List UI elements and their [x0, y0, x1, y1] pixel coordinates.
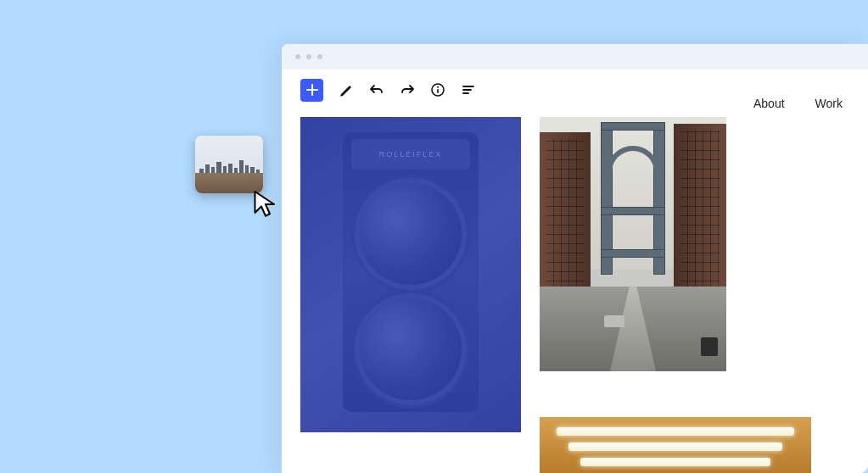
mouse-cursor-icon [253, 189, 278, 220]
svg-point-1 [437, 86, 439, 88]
dragged-image-thumbnail[interactable] [195, 136, 263, 193]
canvas-image-camera[interactable]: ROLLEIFLEX [300, 117, 521, 432]
window-minimize-dot[interactable] [306, 54, 311, 59]
window-close-dot[interactable] [295, 54, 300, 59]
redo-icon [400, 82, 415, 97]
info-button[interactable] [430, 82, 445, 97]
sliders-icon [461, 82, 476, 97]
nav-link-about[interactable]: About [753, 97, 785, 110]
toolbar: About Work [282, 70, 868, 110]
selection-overlay [300, 117, 521, 432]
pencil-icon [339, 82, 354, 97]
info-icon [430, 82, 445, 97]
add-button[interactable] [300, 79, 323, 102]
nav-link-work[interactable]: Work [815, 97, 843, 110]
editor-window: About Work ROLLEIFLEX [282, 44, 868, 473]
canvas-image-ceiling[interactable] [540, 417, 811, 473]
canvas-image-bridge[interactable] [540, 117, 726, 371]
redo-button[interactable] [400, 82, 415, 97]
window-maximize-dot[interactable] [317, 54, 322, 59]
edit-button[interactable] [339, 82, 354, 97]
settings-button[interactable] [461, 82, 476, 97]
canvas[interactable]: ROLLEIFLEX [282, 110, 868, 473]
undo-icon [369, 82, 384, 97]
undo-button[interactable] [369, 82, 384, 97]
window-titlebar [282, 44, 868, 70]
site-nav: About Work [753, 97, 843, 110]
plus-icon [306, 84, 318, 96]
svg-rect-2 [437, 89, 439, 93]
